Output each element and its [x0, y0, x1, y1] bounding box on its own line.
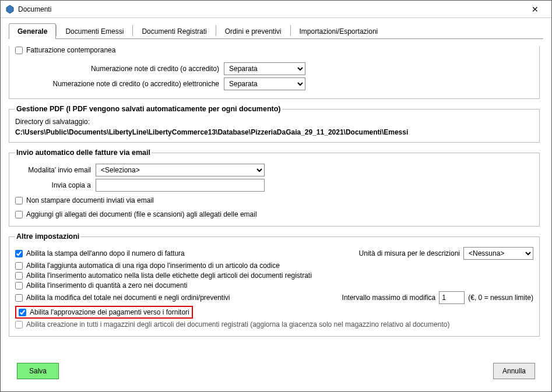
- note-credito-select[interactable]: Separata: [224, 62, 305, 75]
- note-credito-label: Numerazione note di credito (o accredito…: [15, 65, 219, 73]
- close-button[interactable]: ✕: [523, 1, 547, 17]
- intervallo-input[interactable]: [439, 291, 465, 304]
- footer: Salva Annulla: [9, 357, 543, 385]
- chk-inserimento-etichette[interactable]: [15, 272, 23, 280]
- note-credito-elettr-select[interactable]: Separata: [224, 77, 305, 90]
- fatturazione-contemporanea-checkbox[interactable]: [15, 47, 23, 54]
- modalita-label: Modalita' invio email: [15, 166, 91, 174]
- tab-documenti-emessi[interactable]: Documenti Emessi: [57, 23, 132, 39]
- aggiungi-allegati-label: Aggiungi gli allegati dei documenti (fil…: [26, 210, 257, 218]
- fatturazione-contemporanea-label: Fatturazione contemporanea: [26, 46, 115, 54]
- svg-marker-0: [6, 5, 13, 13]
- app-icon: [5, 5, 15, 14]
- chk-aggiunta-riga-label: Abilita l'aggiunta automatica di una rig…: [26, 262, 280, 270]
- chk-modifica-totale[interactable]: [15, 294, 23, 302]
- tabs: Generale Documenti Emessi Documenti Regi…: [9, 23, 543, 39]
- chk-approvazione-fornitori-label: Abilita l'approvazione dei pagamenti ver…: [30, 308, 189, 316]
- gestione-pdf-legend: Gestione PDF (I PDF vengono salvati auto…: [15, 105, 282, 113]
- altre-group: Altre impostazioni Abilita la stampa del…: [9, 232, 540, 337]
- tab-importazioni-esportazioni[interactable]: Importazioni/Esportazioni: [291, 23, 387, 39]
- gestione-pdf-group: Gestione PDF (I PDF vengono salvati auto…: [9, 105, 540, 143]
- chk-stampa-anno-label: Abilita la stampa dell'anno dopo il nume…: [26, 249, 185, 257]
- intervallo-hint: (€, 0 = nessun limite): [468, 294, 533, 302]
- unita-misura-select[interactable]: <Nessuna>: [463, 247, 533, 260]
- invio-email-group: Invio automatico delle fatture via email…: [9, 149, 540, 227]
- highlight-approvazione: Abilita l'approvazione dei pagamenti ver…: [15, 306, 193, 319]
- directory-label: Directory di salvataggio:: [15, 118, 533, 126]
- chk-stampa-anno[interactable]: [15, 250, 23, 257]
- save-button[interactable]: Salva: [17, 363, 59, 379]
- aggiungi-allegati-checkbox[interactable]: [15, 211, 23, 218]
- numerazione-group: Fatturazione contemporanea Numerazione n…: [9, 46, 540, 99]
- cancel-button[interactable]: Annulla: [493, 363, 535, 379]
- tab-ordini-preventivi[interactable]: Ordini e preventivi: [216, 23, 290, 39]
- intervallo-label: Intervallo massimo di modifica: [342, 294, 436, 302]
- chk-inserimento-etichette-label: Abilita l'inserimento automatico nella l…: [26, 271, 312, 280]
- titlebar: Documenti ✕: [1, 1, 551, 18]
- chk-modifica-totale-label: Abilita la modifica del totale nei docum…: [26, 294, 230, 302]
- tab-documenti-registrati[interactable]: Documenti Registrati: [133, 23, 215, 39]
- note-credito-elettr-label: Numerazione note di credito (o accredito…: [15, 80, 219, 88]
- altre-legend: Altre impostazioni: [15, 232, 80, 241]
- tab-generale[interactable]: Generale: [9, 23, 56, 39]
- non-stampare-checkbox[interactable]: [15, 197, 23, 204]
- scroll-area[interactable]: Fatturazione contemporanea Numerazione n…: [9, 39, 543, 357]
- close-icon: ✕: [532, 5, 539, 14]
- window-title: Documenti: [18, 5, 523, 13]
- modalita-select[interactable]: <Seleziona>: [96, 164, 265, 176]
- chk-quantita-zero[interactable]: [15, 282, 23, 289]
- unita-misura-label: Unità di misura per le descrizioni: [359, 249, 460, 257]
- chk-quantita-zero-label: Abilita l'inserimento di quantità a zero…: [26, 281, 187, 289]
- copia-input[interactable]: [96, 179, 265, 192]
- chk-creazione-magazzini-label: Abilita creazione in tutti i magazzini d…: [26, 320, 449, 329]
- chk-aggiunta-riga[interactable]: [15, 262, 23, 270]
- non-stampare-label: Non stampare documenti inviati via email: [26, 196, 154, 204]
- directory-value: C:\Users\Public\Documents\LibertyLine\Li…: [15, 128, 533, 136]
- invio-email-legend: Invio automatico delle fatture via email: [15, 149, 152, 157]
- chk-approvazione-fornitori[interactable]: [19, 309, 26, 316]
- chk-creazione-magazzini[interactable]: [15, 321, 23, 329]
- copia-label: Invia copia a: [15, 181, 91, 189]
